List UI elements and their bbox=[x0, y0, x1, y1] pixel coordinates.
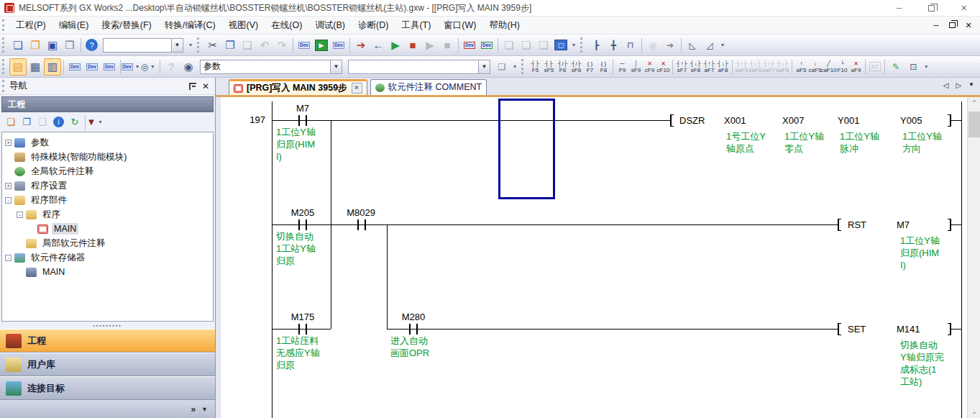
tree-item-program-folder[interactable]: - 程序 bbox=[2, 207, 213, 222]
fkey-vertical-line[interactable]: │sF9 bbox=[629, 58, 643, 76]
ladder-branch-button[interactable]: ┣ bbox=[587, 37, 605, 54]
expander-icon[interactable]: + bbox=[5, 183, 12, 189]
tree-item-parameter[interactable]: + 参数 bbox=[2, 135, 213, 150]
tab-scroll-right-icon[interactable]: ▷ bbox=[956, 81, 961, 89]
fkey-line-branch[interactable]: └F10 bbox=[835, 58, 849, 76]
pin-icon[interactable] bbox=[189, 83, 196, 90]
cross-reference-button[interactable]: ◉ bbox=[180, 58, 197, 76]
tree-item-special-module[interactable]: 特殊模块(智能功能模块) bbox=[2, 150, 213, 164]
ladder-branch-add-button[interactable]: ╋ bbox=[605, 37, 622, 54]
fkey-or-rising-pulse-not[interactable]: ┤↑├saF7 bbox=[762, 58, 776, 76]
expander-icon[interactable]: - bbox=[17, 212, 23, 218]
fkey-or-rising-pulse[interactable]: ┤↑├aF7 bbox=[702, 58, 716, 76]
tab-scroll-left-icon[interactable]: ◁ bbox=[943, 81, 949, 89]
tree-item-device-memory[interactable]: - 软元件存储器 bbox=[2, 250, 213, 265]
refresh-button[interactable]: ↻ bbox=[67, 114, 83, 130]
monitor-stop-button[interactable]: ■ bbox=[404, 37, 421, 54]
fkey-rising-pulse[interactable]: ┤↑├sF7 bbox=[675, 58, 689, 76]
restore-button[interactable] bbox=[915, 0, 948, 16]
menu-window[interactable]: 窗口(W) bbox=[437, 17, 482, 34]
toolbar-overflow-icon[interactable]: ▾ bbox=[721, 42, 724, 48]
instruction-mnemonic-rst[interactable]: RST bbox=[848, 219, 866, 230]
tree-item-local-comment[interactable]: 局部软元件注释 bbox=[2, 236, 213, 250]
chevron-down-icon[interactable]: ▼ bbox=[478, 60, 490, 73]
scrollbar-thumb[interactable] bbox=[968, 112, 980, 137]
cut-button[interactable]: ✂ bbox=[204, 37, 221, 54]
statement-find-button[interactable]: ◎ bbox=[644, 37, 661, 54]
fkey-invert-result[interactable]: ╱caF10 bbox=[822, 58, 835, 76]
device-display-red-button[interactable]: Dev bbox=[461, 37, 478, 54]
fkey-invert-up[interactable]: ↑aF5 bbox=[794, 58, 808, 76]
fkey-falling-pulse-not[interactable]: ┤↓├saF6 bbox=[748, 58, 762, 76]
ladder-monitor-button[interactable]: ▶ bbox=[315, 40, 328, 51]
fkey-open-contact[interactable]: ┤├F5 bbox=[528, 58, 542, 76]
simulation-monitor-button[interactable]: ▢ bbox=[554, 40, 567, 50]
paste-data-button[interactable]: ❑ bbox=[35, 114, 50, 130]
tree-item-main-program[interactable]: MAIN bbox=[2, 222, 213, 236]
fkey-or-falling-pulse[interactable]: ┤↓├aF8 bbox=[716, 58, 730, 76]
ladder-edit-read-button[interactable]: ⊡ bbox=[905, 58, 922, 76]
new-file-button[interactable]: ❏ bbox=[9, 37, 27, 54]
nav-overflow-bar[interactable]: » ▼ bbox=[0, 400, 215, 418]
operand-x007[interactable]: X007 bbox=[782, 115, 804, 126]
monitor-step-button[interactable]: ■ bbox=[439, 37, 456, 54]
tree-item-main-device-memory[interactable]: MAIN bbox=[2, 265, 213, 279]
device-memory-button[interactable]: Dev bbox=[83, 58, 101, 76]
instruction-mnemonic-dszr[interactable]: DSZR bbox=[679, 115, 705, 126]
monitor-start-button[interactable]: ▶ bbox=[387, 37, 404, 54]
fkey-or-open-contact[interactable]: ┤├sF5 bbox=[542, 58, 556, 76]
fkey-application-instruction[interactable]: { }F8 bbox=[597, 58, 610, 76]
data-select-combo[interactable]: 参数 ▼ bbox=[200, 60, 342, 74]
tree-item-pou[interactable]: - 程序部件 bbox=[2, 193, 213, 207]
toolbar-drag-handle[interactable] bbox=[2, 59, 6, 73]
menu-project[interactable]: 工程(P) bbox=[9, 17, 52, 34]
contact-device-m175[interactable]: M175 bbox=[283, 312, 323, 322]
open-folder-button[interactable]: ❐ bbox=[27, 37, 44, 54]
mdi-close-button[interactable]: ✕ bbox=[963, 21, 974, 30]
redo-button[interactable]: ↷ bbox=[273, 37, 290, 54]
read-from-plc-button[interactable]: ← bbox=[370, 37, 387, 54]
toolbar-overflow-icon[interactable]: ▾ bbox=[513, 63, 516, 70]
menu-compile[interactable]: 转换/编译(C) bbox=[158, 17, 222, 34]
operand-m141[interactable]: M141 bbox=[897, 324, 920, 335]
sort-filter-button[interactable]: ▼▾ bbox=[88, 114, 104, 130]
browse-button[interactable]: ❏ bbox=[493, 58, 510, 76]
toolbar-overflow-icon[interactable]: ▾ bbox=[925, 63, 928, 70]
toolbar-overflow-icon[interactable]: ▾ bbox=[189, 42, 192, 48]
instruction-mnemonic-set[interactable]: SET bbox=[848, 324, 866, 335]
toolbar-drag-handle[interactable] bbox=[2, 37, 6, 52]
nav-button-user-library[interactable]: 用户库 bbox=[0, 353, 215, 376]
chevron-down-icon[interactable]: ▼ bbox=[171, 39, 183, 52]
help-context-button[interactable]: ? bbox=[162, 58, 180, 76]
ladder-edit-write-button[interactable]: ✎ bbox=[887, 58, 905, 76]
toolbar-drag-handle[interactable] bbox=[197, 37, 201, 52]
fkey-or-falling-pulse-not[interactable]: ┤↓├saF8 bbox=[776, 58, 789, 76]
copy-button[interactable]: ❐ bbox=[221, 37, 239, 54]
new-data-button[interactable]: ❏ bbox=[3, 114, 19, 130]
project-tree-toggle-button[interactable]: ▤ bbox=[9, 58, 27, 76]
device-display-green-button[interactable]: Dev bbox=[478, 37, 495, 54]
fkey-falling-pulse[interactable]: ┤↓├sF8 bbox=[689, 58, 702, 76]
device-setting-button[interactable]: Dev bbox=[101, 58, 118, 76]
toolbar-drag-handle[interactable] bbox=[521, 59, 525, 73]
tab-device-comment[interactable]: 软元件注释 COMMENT bbox=[370, 79, 487, 95]
menu-diagnostics[interactable]: 诊断(D) bbox=[352, 17, 395, 34]
mdi-minimize-button[interactable]: ─ bbox=[930, 21, 942, 29]
fkey-delete-vertical[interactable]: ✕cF10 bbox=[656, 58, 670, 76]
window-tile-button[interactable]: ❏ bbox=[518, 37, 535, 54]
close-button[interactable]: ✕ bbox=[948, 0, 980, 16]
operand-m7[interactable]: M7 bbox=[897, 219, 910, 230]
menu-help[interactable]: 帮助(H) bbox=[482, 17, 526, 34]
zoom-find-button[interactable]: ◎▾ bbox=[140, 58, 157, 76]
print-button[interactable]: ❒ bbox=[61, 37, 78, 54]
panel-drag-handle[interactable] bbox=[2, 80, 6, 91]
operand-x001[interactable]: X001 bbox=[724, 115, 746, 126]
ladder-edit-cursor[interactable] bbox=[498, 99, 555, 199]
device-find-button[interactable]: Dev bbox=[296, 37, 313, 54]
property-button[interactable]: i bbox=[53, 117, 64, 127]
tab-close-icon[interactable]: ✕ bbox=[352, 83, 362, 94]
contact-device-m280[interactable]: M280 bbox=[393, 312, 434, 322]
menu-tools[interactable]: 工具(T) bbox=[395, 17, 437, 34]
contact-device-m7[interactable]: M7 bbox=[283, 103, 323, 114]
monitor-pause-button[interactable]: ▶ bbox=[421, 37, 439, 54]
